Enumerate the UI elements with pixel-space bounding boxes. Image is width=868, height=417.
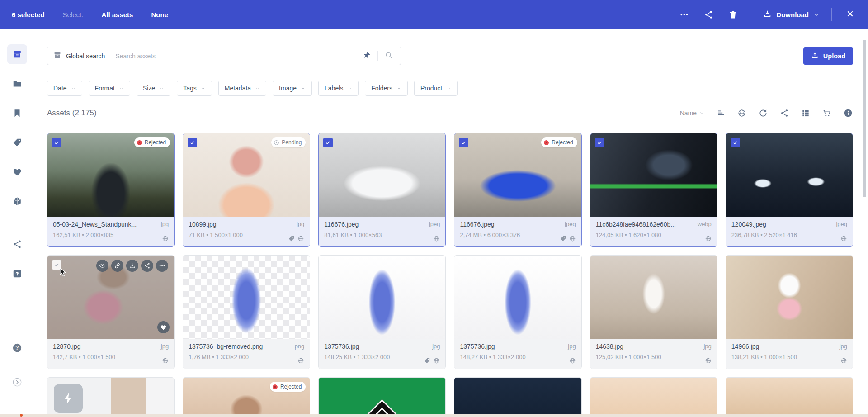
filter-tags[interactable]: Tags: [177, 81, 212, 96]
asset-format: jpg: [297, 221, 304, 227]
asset-card[interactable]: 1375736.jpg 148,27 KB • 1 333×2 000 jpg: [454, 255, 581, 369]
asset-more-options-button[interactable]: [156, 260, 168, 272]
svg-text:?: ?: [15, 345, 19, 351]
sidebar-item-bookmarks[interactable]: [7, 103, 27, 123]
share-view-button[interactable]: [779, 108, 789, 118]
share-button[interactable]: [702, 8, 715, 21]
asset-link-button[interactable]: [111, 260, 123, 272]
search-submit-button[interactable]: [383, 50, 395, 62]
cart-icon: [822, 109, 831, 118]
info-button[interactable]: [843, 108, 853, 118]
asset-format: jpeg: [836, 221, 847, 227]
close-selection-button[interactable]: [844, 8, 856, 21]
check-icon: [189, 140, 195, 146]
filter-product[interactable]: Product: [414, 81, 458, 96]
sidebar-item-products[interactable]: [7, 191, 27, 211]
asset-card[interactable]: 120049.jpeg 236,78 KB • 2 520×1 416 jpeg: [726, 133, 853, 247]
filter-labels[interactable]: Labels: [318, 81, 359, 96]
cube-icon: [12, 196, 22, 206]
filter-label: Metadata: [225, 85, 251, 92]
asset-info: 116676.jpeg 81,61 KB • 1 000×563 jpeg: [319, 217, 445, 246]
sidebar-item-tags[interactable]: [7, 133, 27, 152]
scrollbar-thumb[interactable]: [863, 40, 866, 197]
asset-download-button[interactable]: [126, 260, 138, 272]
filter-metadata[interactable]: Metadata: [218, 81, 266, 96]
asset-card[interactable]: 116676.jpeg 81,61 KB • 1 000×563 jpeg: [318, 133, 446, 247]
select-all-assets-button[interactable]: All assets: [101, 11, 133, 19]
asset-eye-button[interactable]: [96, 260, 108, 272]
trash-button[interactable]: [726, 8, 739, 21]
sidebar-item-expand[interactable]: [7, 372, 27, 392]
asset-card[interactable]: Rejected 05-03-24_News_Standpunk... 162,…: [47, 133, 175, 247]
asset-checkbox-checked[interactable]: [323, 138, 333, 147]
asset-checkbox-checked[interactable]: [595, 138, 604, 147]
asset-card[interactable]: [726, 377, 853, 417]
sidebar-item-assets[interactable]: [7, 44, 27, 64]
asset-card[interactable]: [590, 377, 717, 417]
asset-thumbnail: Rejected: [47, 133, 174, 217]
toolbar-divider: [751, 8, 751, 21]
asset-card[interactable]: 1375736_bg-removed.png 1,76 MB • 1 333×2…: [183, 255, 310, 369]
asset-info: 120049.jpeg 236,78 KB • 2 520×1 416 jpeg: [726, 217, 853, 246]
asset-indicators: [705, 357, 712, 364]
asset-checkbox-checked[interactable]: [459, 138, 468, 147]
selection-actions: Download: [678, 8, 856, 21]
asset-indicators: [162, 235, 169, 242]
cart-button[interactable]: [822, 108, 832, 118]
refresh-button[interactable]: [758, 108, 768, 118]
asset-checkbox-checked[interactable]: [52, 138, 61, 147]
sidebar-item-uploads[interactable]: [7, 264, 27, 284]
filter-folders[interactable]: Folders: [365, 81, 408, 96]
filter-label: Date: [53, 85, 67, 92]
asset-card[interactable]: Rejected 116676.jpeg 2,74 MB • 6 000×3 3…: [454, 133, 581, 247]
chevron-down-icon: [301, 86, 306, 91]
filter-format[interactable]: Format: [89, 81, 130, 96]
asset-card[interactable]: 14966.jpg 138,21 KB • 1 000×1 500 jpg: [726, 255, 853, 369]
refresh-icon: [759, 109, 768, 118]
filter-date[interactable]: Date: [47, 81, 82, 96]
sidebar-item-shared[interactable]: [7, 234, 27, 254]
asset-card[interactable]: Pending 10899.jpg 71 KB • 1 500×1 000 jp…: [183, 133, 310, 247]
eye-icon: [99, 262, 106, 269]
filter-label: Labels: [325, 85, 343, 92]
asset-filename: 1375736_bg-removed.png: [189, 343, 263, 350]
chevron-down-icon: [347, 86, 352, 91]
sidebar-item-folders[interactable]: [7, 74, 27, 94]
web-indicator-icon: [840, 357, 847, 364]
asset-card[interactable]: 11c6b248fae9468162e60b... 124,05 KB • 1 …: [590, 133, 717, 247]
filter-label: Format: [95, 85, 115, 92]
asset-indicators: [840, 357, 847, 364]
asset-card[interactable]: [47, 377, 175, 417]
globe-button[interactable]: [737, 108, 747, 118]
asset-card[interactable]: Rejected: [183, 377, 310, 417]
search-input[interactable]: [115, 52, 356, 60]
asset-card[interactable]: 1375736.jpg 148,25 KB • 1 333×2 000 jpg: [318, 255, 446, 369]
filter-image[interactable]: Image: [273, 81, 312, 96]
asset-checkbox-checked[interactable]: [731, 138, 740, 147]
asset-card[interactable]: [454, 377, 581, 417]
upload-button[interactable]: Upload: [803, 47, 853, 65]
more-options-button[interactable]: [678, 8, 690, 21]
asset-favorite-button[interactable]: [157, 321, 170, 333]
sort-by-dropdown[interactable]: Name: [680, 109, 704, 117]
asset-meta: 148,27 KB • 1 333×2 000: [460, 354, 525, 360]
asset-share-button[interactable]: [141, 260, 153, 272]
download-button[interactable]: Download: [763, 9, 820, 19]
select-none-button[interactable]: None: [151, 11, 168, 19]
pin-search-button[interactable]: [361, 50, 373, 62]
asset-card[interactable]: 12870.jpg 142,7 KB • 1 000×1 500 jpg: [47, 255, 175, 369]
asset-meta: 71 KB • 1 500×1 000: [189, 232, 243, 238]
folder-icon: [12, 79, 22, 89]
asset-card[interactable]: [318, 377, 446, 417]
asset-thumbnail: [590, 133, 717, 217]
filter-size[interactable]: Size: [137, 81, 170, 96]
view-toggle-button[interactable]: [801, 108, 811, 118]
sidebar-item-help[interactable]: ?: [7, 338, 27, 358]
sidebar-item-favorites[interactable]: [7, 162, 27, 182]
asset-checkbox-checked[interactable]: [188, 138, 197, 147]
notification-dot: [20, 414, 23, 417]
asset-info: 1375736.jpg 148,27 KB • 1 333×2 000 jpg: [454, 339, 581, 369]
asset-card[interactable]: 14638.jpg 125,02 KB • 1 000×1 500 jpg: [590, 255, 717, 369]
sort-order-button[interactable]: [716, 108, 726, 118]
search-scope[interactable]: Global search: [53, 51, 105, 61]
